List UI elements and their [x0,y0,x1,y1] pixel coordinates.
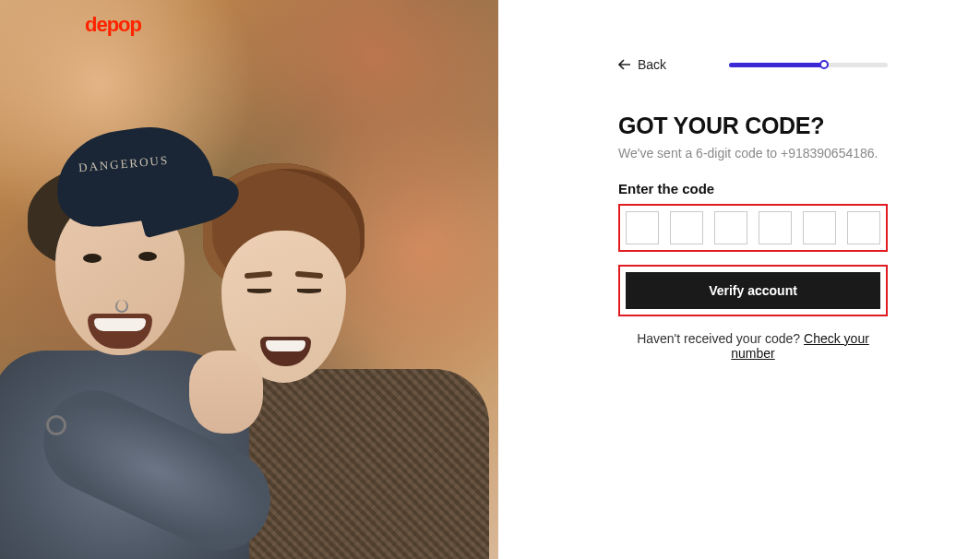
page-heading: GOT YOUR CODE? [618,113,888,139]
code-digit-5[interactable] [803,211,836,244]
code-input-group [626,211,880,244]
brand-logo: depop [85,13,141,37]
code-digit-4[interactable] [759,211,792,244]
code-digit-3[interactable] [714,211,747,244]
arrow-left-icon [618,59,631,70]
resend-row: Haven't received your code? Check your n… [618,331,888,361]
page-subtext: We've sent a 6-digit code to +9183906541… [618,146,888,161]
hero-image-panel: depop DANGEROUS [0,0,498,559]
back-button[interactable]: Back [618,57,666,72]
code-digit-6[interactable] [847,211,880,244]
progress-thumb [819,60,829,69]
verify-button-highlight: Verify account [618,265,888,316]
resend-prefix: Haven't received your code? [637,331,804,346]
code-field-label: Enter the code [618,181,888,196]
verify-account-button[interactable]: Verify account [626,272,880,309]
progress-bar [729,63,888,67]
code-digit-1[interactable] [626,211,659,244]
code-input-highlight [618,204,888,252]
back-label: Back [638,57,666,72]
top-bar: Back [618,57,888,72]
progress-fill [729,63,824,67]
form-panel: Back GOT YOUR CODE? We've sent a 6-digit… [498,0,980,559]
code-digit-2[interactable] [670,211,703,244]
